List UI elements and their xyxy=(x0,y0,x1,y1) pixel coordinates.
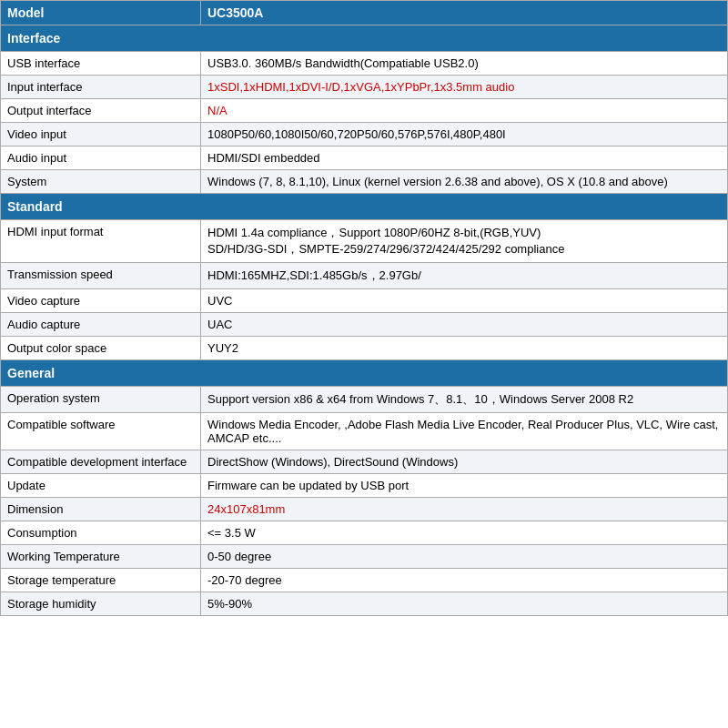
row-value: <= 3.5 W xyxy=(201,521,728,545)
table-row: Storage humidity5%-90% xyxy=(1,592,728,616)
row-value: Windows (7, 8, 8.1,10), Linux (kernel ve… xyxy=(201,170,728,194)
row-label: Output interface xyxy=(1,99,201,123)
row-label: Operation system xyxy=(1,387,201,413)
table-row: SystemWindows (7, 8, 8.1,10), Linux (ker… xyxy=(1,170,728,194)
table-row: Output color spaceYUY2 xyxy=(1,337,728,360)
row-label: HDMI input format xyxy=(1,220,201,263)
table-row: Transmission speedHDMI:165MHZ,SDI:1.485G… xyxy=(1,263,728,289)
row-label: Storage humidity xyxy=(1,592,201,616)
row-value: Support version x86 & x64 from Windows 7… xyxy=(201,387,728,413)
row-value: UAC xyxy=(201,313,728,337)
table-row: Working Temperature0-50 degree xyxy=(1,545,728,569)
row-label: System xyxy=(1,170,201,194)
row-label: USB interface xyxy=(1,52,201,76)
row-value: Windows Media Encoder, ,Adobe Flash Medi… xyxy=(201,413,728,450)
row-value: 1080P50/60,1080I50/60,720P50/60,576P,576… xyxy=(201,123,728,147)
row-label: Compatible development interface xyxy=(1,450,201,474)
table-row: Storage temperature-20-70 degree xyxy=(1,569,728,592)
row-value: DirectShow (Windows), DirectSound (Windo… xyxy=(201,450,728,474)
section-title-1: Standard xyxy=(1,194,728,220)
row-label: Working Temperature xyxy=(1,545,201,569)
table-row: Audio captureUAC xyxy=(1,313,728,337)
row-label: Storage temperature xyxy=(1,569,201,592)
row-value: 1xSDI,1xHDMI,1xDVI-I/D,1xVGA,1xYPbPr,1x3… xyxy=(201,76,728,99)
table-row: Output interfaceN/A xyxy=(1,99,728,123)
row-label: Audio capture xyxy=(1,313,201,337)
row-value: -20-70 degree xyxy=(201,569,728,592)
row-label: Input interface xyxy=(1,76,201,99)
section-header-2: General xyxy=(1,360,728,387)
row-label: Dimension xyxy=(1,498,201,521)
row-label: Output color space xyxy=(1,337,201,360)
row-value: UVC xyxy=(201,289,728,313)
row-label: Video capture xyxy=(1,289,201,313)
row-label: Video input xyxy=(1,123,201,147)
section-header-0: Interface xyxy=(1,25,728,52)
spec-table: Model UC3500A InterfaceUSB interfaceUSB3… xyxy=(0,0,728,616)
row-value: 5%-90% xyxy=(201,592,728,616)
row-label: Consumption xyxy=(1,521,201,545)
header-value: UC3500A xyxy=(201,1,728,25)
row-value: HDMI/SDI embedded xyxy=(201,147,728,170)
table-row: Consumption<= 3.5 W xyxy=(1,521,728,545)
row-value: USB3.0. 360MB/s Bandwidth(Compatiable US… xyxy=(201,52,728,76)
table-row: Dimension24x107x81mm xyxy=(1,498,728,521)
table-row: HDMI input formatHDMI 1.4a compliance，Su… xyxy=(1,220,728,263)
row-value: Firmware can be updated by USB port xyxy=(201,474,728,498)
table-row: Compatible softwareWindows Media Encoder… xyxy=(1,413,728,450)
header-label: Model xyxy=(1,1,201,25)
row-value: 0-50 degree xyxy=(201,545,728,569)
section-title-0: Interface xyxy=(1,25,728,52)
table-row: UpdateFirmware can be updated by USB por… xyxy=(1,474,728,498)
row-value: N/A xyxy=(201,99,728,123)
row-label: Update xyxy=(1,474,201,498)
table-row: USB interfaceUSB3.0. 360MB/s Bandwidth(C… xyxy=(1,52,728,76)
table-row: Video captureUVC xyxy=(1,289,728,313)
row-value: HDMI:165MHZ,SDI:1.485Gb/s，2.97Gb/ xyxy=(201,263,728,289)
row-label: Transmission speed xyxy=(1,263,201,289)
table-row: Audio inputHDMI/SDI embedded xyxy=(1,147,728,170)
table-row: Compatible development interfaceDirectSh… xyxy=(1,450,728,474)
section-header-1: Standard xyxy=(1,194,728,220)
table-header: Model UC3500A xyxy=(1,1,728,25)
row-value: YUY2 xyxy=(201,337,728,360)
row-label: Compatible software xyxy=(1,413,201,450)
table-row: Operation systemSupport version x86 & x6… xyxy=(1,387,728,413)
row-label: Audio input xyxy=(1,147,201,170)
table-row: Video input1080P50/60,1080I50/60,720P50/… xyxy=(1,123,728,147)
row-value: 24x107x81mm xyxy=(201,498,728,521)
section-title-2: General xyxy=(1,360,728,387)
table-row: Input interface1xSDI,1xHDMI,1xDVI-I/D,1x… xyxy=(1,76,728,99)
row-value: HDMI 1.4a compliance，Support 1080P/60HZ … xyxy=(201,220,728,263)
